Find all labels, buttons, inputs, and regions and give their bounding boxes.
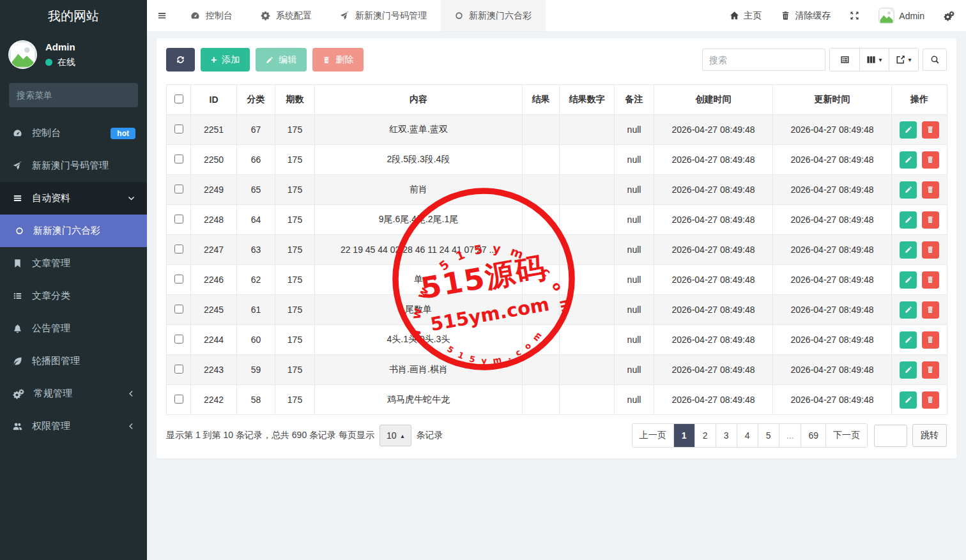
tab-label: 系统配置 [276,10,312,22]
edit-row-button[interactable] [900,181,917,199]
settings-gears-icon[interactable] [944,11,954,21]
row-select-cell [167,265,191,295]
detail-view-button[interactable] [830,49,859,71]
edit-row-button[interactable] [900,331,917,349]
row-checkbox[interactable] [174,335,183,344]
column-header-category: 分类 [237,85,275,115]
edit-row-button[interactable] [900,361,917,379]
cell-result-number [560,265,615,295]
tab-label: 控制台 [206,10,233,22]
page-next-button[interactable]: 下一页 [825,424,867,447]
delete-row-button[interactable] [922,151,939,169]
delete-row-button[interactable] [922,271,939,289]
tab-macau-lottery[interactable]: 新新澳门六合彩 [441,0,546,31]
delete-button[interactable]: 删除 [312,48,364,72]
row-checkbox[interactable] [174,395,183,404]
table-search-input[interactable] [702,49,825,71]
edit-button[interactable]: 编辑 [256,48,307,72]
row-checkbox[interactable] [174,305,183,314]
page-size-dropdown[interactable]: 10▴ [379,425,411,446]
select-all-checkbox[interactable] [174,95,183,103]
cell-result [523,205,560,235]
cell-id: 2242 [191,385,237,415]
edit-row-button[interactable] [900,391,917,409]
table-row: 2243 59 175 书肖.画肖.棋肖 null 2026-04-27 08:… [167,355,947,385]
delete-row-button[interactable] [922,301,939,319]
row-checkbox[interactable] [174,275,183,284]
delete-row-button[interactable] [922,211,939,229]
row-checkbox[interactable] [174,125,183,133]
cell-category: 64 [237,205,275,235]
sidebar-item-macau-number[interactable]: 新新澳门号码管理 [0,149,147,182]
sidebar-item-general-settings[interactable]: 常规管理 [0,377,147,410]
sidebar-item-permissions[interactable]: 权限管理 [0,410,147,443]
sidebar-item-articles[interactable]: 文章管理 [0,247,147,280]
sidebar-item-label: 公告管理 [32,322,70,335]
page-button[interactable]: 3 [716,424,737,447]
cell-result-number [560,355,615,385]
pencil-icon [905,126,912,133]
cell-actions [892,385,947,415]
edit-row-button[interactable] [900,211,917,229]
row-checkbox[interactable] [174,245,183,254]
pencil-icon [905,366,912,374]
sidebar-item-macau-lottery[interactable]: 新新澳门六合彩 [0,215,147,247]
jump-page-input[interactable] [874,425,907,447]
edit-row-button[interactable] [900,151,917,169]
page-button[interactable]: 5 [758,424,779,447]
export-button[interactable]: ▾ [889,49,918,71]
delete-row-button[interactable] [922,391,939,409]
sidebar-item-announcements[interactable]: 公告管理 [0,312,147,345]
delete-row-button[interactable] [922,121,939,139]
home-link[interactable]: 主页 [730,10,762,22]
tab-dashboard[interactable]: 控制台 [176,0,247,31]
cell-created: 2026-04-27 08:49:48 [654,265,773,295]
sidebar-toggle-button[interactable] [147,0,176,31]
bookmark-icon [13,259,22,268]
fullscreen-icon[interactable] [850,11,859,20]
online-status-dot [45,59,52,66]
cell-created: 2026-04-27 08:49:48 [654,295,773,325]
cell-remark: null [615,175,654,205]
columns-grid-icon [866,55,876,64]
table-row: 2242 58 175 鸡马虎牛蛇牛龙 null 2026-04-27 08:4… [167,385,947,415]
page-button[interactable]: 2 [694,424,716,447]
pencil-icon [905,336,912,344]
row-checkbox[interactable] [174,155,183,163]
columns-button[interactable]: ▾ [859,49,889,71]
delete-row-button[interactable] [922,331,939,349]
edit-row-button[interactable] [900,271,917,289]
add-button[interactable]: +添加 [201,48,250,72]
tab-macau-number[interactable]: 新新澳门号码管理 [326,0,441,31]
row-select-cell [167,325,191,355]
sidebar-item-carousel[interactable]: 轮播图管理 [0,345,147,377]
cell-category: 58 [237,385,275,415]
delete-row-button[interactable] [922,181,939,199]
jump-button[interactable]: 跳转 [912,424,947,447]
page-button[interactable]: 1 [673,424,694,447]
page-button[interactable]: 69 [801,424,825,447]
data-panel: +添加 编辑 删除 ▾ ▾ ID [157,38,956,458]
page-prev-button[interactable]: 上一页 [632,424,673,447]
page-button[interactable]: 4 [737,424,758,447]
delete-row-button[interactable] [922,361,939,379]
sidebar-search-input[interactable] [17,90,132,100]
search-button[interactable] [923,49,947,71]
sidebar-item-auto-data[interactable]: 自动资料 [0,182,147,215]
edit-row-button[interactable] [900,241,917,259]
row-checkbox[interactable] [174,185,183,193]
pencil-icon [266,56,273,64]
cell-period: 175 [275,355,315,385]
tab-system-config[interactable]: 系统配置 [247,0,326,31]
refresh-button[interactable] [166,48,195,72]
edit-row-button[interactable] [900,121,917,139]
sidebar-item-article-categories[interactable]: 文章分类 [0,280,147,312]
edit-row-button[interactable] [900,301,917,319]
sidebar-item-dashboard[interactable]: 控制台 hot [0,117,147,149]
row-checkbox[interactable] [174,215,183,223]
trash-icon [926,216,934,223]
delete-row-button[interactable] [922,241,939,259]
row-checkbox[interactable] [174,365,183,374]
clear-cache-link[interactable]: 清除缓存 [781,10,831,22]
user-menu[interactable]: Admin [878,8,924,24]
